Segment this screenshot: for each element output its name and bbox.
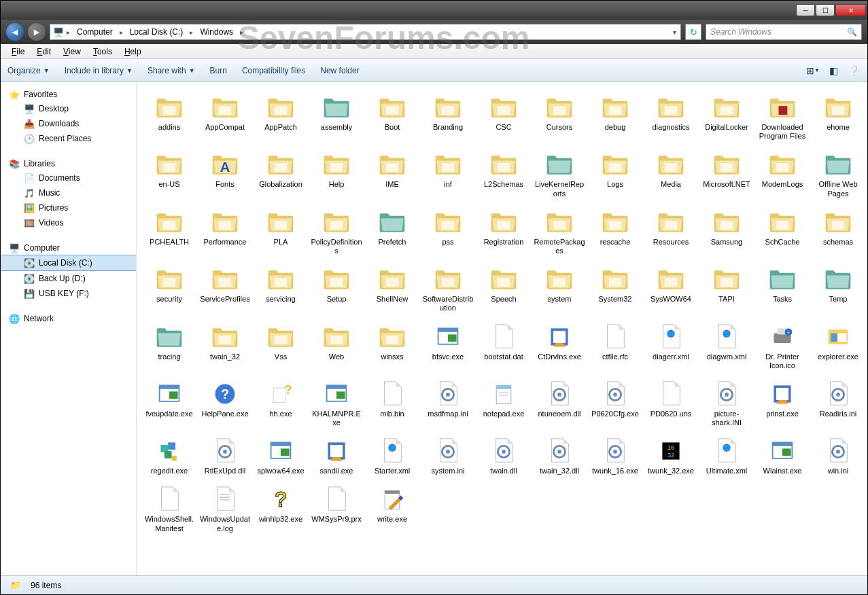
file-item[interactable]: tracing: [142, 320, 196, 373]
menu-edit[interactable]: Edit: [31, 46, 56, 58]
file-item[interactable]: Downloaded Program Files: [755, 90, 810, 143]
file-item[interactable]: KHALMNPR.Exe: [309, 377, 364, 430]
sidebar-item-downloads[interactable]: 📥Downloads: [1, 116, 136, 131]
file-item[interactable]: WMSysPr9.prx: [309, 482, 364, 535]
file-item[interactable]: Web: [309, 320, 364, 373]
file-item[interactable]: WindowsUpdate.log: [198, 482, 252, 535]
organize-button[interactable]: Organize ▼: [7, 66, 50, 75]
maximize-button[interactable]: ☐: [816, 4, 835, 16]
sidebar-item-documents[interactable]: 📄Documents: [1, 170, 136, 185]
file-item[interactable]: System32: [588, 262, 642, 315]
help-icon[interactable]: ❔: [847, 64, 861, 77]
search-icon[interactable]: 🔍: [847, 27, 857, 37]
file-item[interactable]: TAPI: [699, 262, 754, 315]
breadcrumb-segment[interactable]: Windows: [196, 26, 237, 38]
file-item[interactable]: Help: [309, 147, 364, 200]
file-item[interactable]: ehome: [811, 90, 865, 143]
file-item[interactable]: twain.dll: [476, 434, 531, 478]
chevron-down-icon[interactable]: ▾: [672, 29, 678, 36]
file-item[interactable]: write.exe: [365, 482, 419, 535]
file-item[interactable]: win.ini: [811, 434, 865, 478]
burn-button[interactable]: Burn: [210, 66, 227, 75]
file-item[interactable]: fveupdate.exe: [142, 377, 196, 430]
file-item[interactable]: ?HelpPane.exe: [198, 377, 252, 430]
file-item[interactable]: Globalization: [254, 147, 308, 200]
include-library-button[interactable]: Include in library ▼: [65, 66, 133, 75]
sidebar-computer[interactable]: 🖥️Computer: [1, 241, 136, 255]
breadcrumb[interactable]: 🖥️ ▸ Computer ▸ Local Disk (C:) ▸ Window…: [50, 24, 681, 40]
sidebar-item-recent[interactable]: 🕑Recent Places: [1, 131, 136, 146]
preview-pane-icon[interactable]: ◧: [827, 64, 840, 77]
file-item[interactable]: 🌐diagerr.xml: [644, 320, 698, 373]
file-item[interactable]: SchCache: [755, 205, 810, 258]
sidebar-network[interactable]: 🌐Network: [1, 312, 136, 325]
file-item[interactable]: PolicyDefinitions: [309, 205, 364, 258]
file-item[interactable]: SysWOW64: [644, 262, 698, 315]
file-item[interactable]: RtlExUpd.dll: [198, 434, 252, 478]
compat-files-button[interactable]: Compatibility files: [242, 66, 305, 75]
file-item[interactable]: explorer.exe: [811, 320, 865, 373]
forward-button[interactable]: ►: [28, 23, 46, 41]
file-item[interactable]: Branding: [421, 90, 475, 143]
chevron-right-icon[interactable]: ▸: [188, 29, 194, 36]
share-with-button[interactable]: Share with ▼: [147, 66, 195, 75]
file-item[interactable]: ShellNew: [365, 262, 419, 315]
breadcrumb-segment[interactable]: Local Disk (C:): [126, 26, 188, 38]
file-item[interactable]: debug: [588, 90, 642, 143]
close-button[interactable]: ✕: [835, 4, 866, 16]
file-item[interactable]: Logs: [588, 147, 642, 200]
search-input[interactable]: Search Windows 🔍: [706, 24, 862, 40]
sidebar-libraries[interactable]: 📚Libraries: [1, 157, 136, 170]
sidebar-favorites[interactable]: ⭐Favorites: [1, 88, 136, 101]
view-options-icon[interactable]: ⊞ ▼: [806, 64, 820, 77]
file-item[interactable]: CtDrvIns.exe: [532, 320, 587, 373]
file-item[interactable]: assembly: [309, 90, 364, 143]
sidebar-item-backup-d[interactable]: 💽Back Up (D:): [1, 271, 136, 286]
file-item[interactable]: security: [142, 262, 196, 315]
file-item[interactable]: LiveKernelReports: [532, 147, 587, 200]
file-list[interactable]: addinsAppCompatAppPatchassemblyBootBrand…: [137, 82, 867, 575]
file-item[interactable]: Microsoft.NET: [699, 147, 754, 200]
file-item[interactable]: CSC: [476, 90, 531, 143]
file-item[interactable]: Tasks: [755, 262, 810, 315]
file-item[interactable]: ModemLogs: [755, 147, 810, 200]
file-item[interactable]: Boot: [365, 90, 419, 143]
file-item[interactable]: 1632twunk_32.exe: [644, 434, 698, 478]
file-item[interactable]: 🌐diagwrn.xml: [699, 320, 754, 373]
file-item[interactable]: +Dr. Printer Icon.ico: [755, 320, 810, 373]
file-item[interactable]: prinst.exe: [755, 377, 810, 430]
file-item[interactable]: Registration: [476, 205, 531, 258]
file-item[interactable]: ntuneoem.dll: [532, 377, 587, 430]
file-item[interactable]: rescache: [588, 205, 642, 258]
file-item[interactable]: Prefetch: [365, 205, 419, 258]
file-item[interactable]: Wiainst.exe: [755, 434, 810, 478]
back-button[interactable]: ◄: [6, 23, 24, 41]
file-item[interactable]: AppPatch: [254, 90, 308, 143]
file-item[interactable]: AppCompat: [198, 90, 252, 143]
file-item[interactable]: twunk_16.exe: [588, 434, 642, 478]
file-item[interactable]: PLA: [254, 205, 308, 258]
menu-file[interactable]: File: [6, 46, 30, 58]
file-item[interactable]: Offline Web Pages: [811, 147, 865, 200]
menu-tools[interactable]: Tools: [88, 46, 118, 58]
file-item[interactable]: system: [532, 262, 587, 315]
file-item[interactable]: twain_32: [198, 320, 252, 373]
file-item[interactable]: Cursors: [532, 90, 587, 143]
file-item[interactable]: Vss: [254, 320, 308, 373]
sidebar-item-desktop[interactable]: 🖥️Desktop: [1, 101, 136, 116]
file-item[interactable]: regedit.exe: [142, 434, 196, 478]
file-item[interactable]: DigitalLocker: [699, 90, 754, 143]
file-item[interactable]: Speech: [476, 262, 531, 315]
sidebar-item-videos[interactable]: 🎞️Videos: [1, 215, 136, 230]
file-item[interactable]: twain_32.dll: [532, 434, 587, 478]
file-item[interactable]: Readiris.ini: [811, 377, 865, 430]
file-item[interactable]: Samsung: [699, 205, 754, 258]
sidebar-item-music[interactable]: 🎵Music: [1, 185, 136, 200]
file-item[interactable]: notepad.exe: [476, 377, 531, 430]
file-item[interactable]: addins: [142, 90, 196, 143]
breadcrumb-segment[interactable]: Computer: [73, 26, 117, 38]
menu-view[interactable]: View: [58, 46, 86, 58]
file-item[interactable]: mib.bin: [365, 377, 419, 430]
refresh-button[interactable]: ↻: [685, 24, 701, 40]
sidebar-item-pictures[interactable]: 🖼️Pictures: [1, 200, 136, 215]
